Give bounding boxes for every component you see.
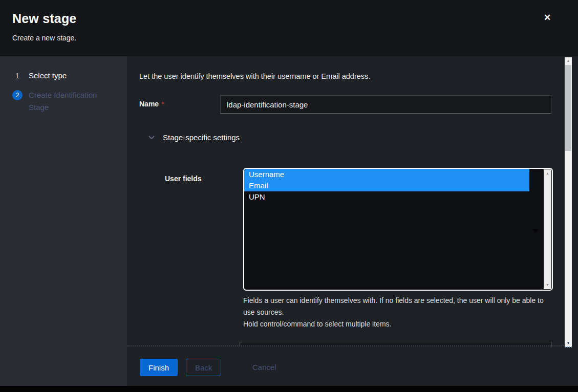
- wizard-step-select-type[interactable]: 1 Select type: [12, 71, 112, 82]
- back-button[interactable]: Back: [186, 359, 221, 376]
- close-icon[interactable]: ✕: [540, 11, 555, 25]
- step-number-badge: 2: [12, 90, 23, 100]
- section-title: Stage-specific settings: [163, 133, 240, 142]
- wizard-sidebar: 1 Select type 2 Create Identification St…: [0, 56, 127, 386]
- required-asterisk: *: [161, 100, 164, 108]
- modal-scrollbar[interactable]: ▲ ▼: [565, 57, 572, 347]
- footer-divider: [127, 345, 566, 346]
- scrollbar-bottom-dots: [565, 346, 572, 347]
- name-field-label: Name*: [139, 100, 164, 108]
- user-fields-label: User fields: [165, 175, 202, 183]
- listbox-option-email[interactable]: Email: [244, 180, 529, 191]
- listbox-option-username[interactable]: Username: [244, 169, 529, 180]
- scrollbar-thumb[interactable]: [565, 65, 571, 151]
- scroll-down-icon[interactable]: ▼: [544, 281, 551, 289]
- wizard-step-create-identification-stage[interactable]: 2 Create Identification Stage: [12, 90, 112, 114]
- listbox-scrollbar[interactable]: ▲ ▼: [544, 169, 551, 289]
- user-fields-help-text-2: Hold control/command to select multiple …: [243, 320, 556, 328]
- scrollbar-down-icon[interactable]: ▼: [565, 340, 572, 347]
- page-subtitle: Create a new stage.: [12, 34, 76, 42]
- select-caret-icon: [532, 229, 539, 233]
- page-title: New stage: [12, 11, 76, 26]
- cancel-button[interactable]: Cancel: [252, 359, 276, 376]
- form-content: Let the user identify themselves with th…: [127, 56, 578, 386]
- scrollbar-up-icon[interactable]: ▲: [565, 57, 572, 64]
- listbox-option-upn[interactable]: UPN: [244, 191, 529, 203]
- stage-specific-settings-toggle[interactable]: Stage-specific settings: [148, 133, 240, 142]
- name-input[interactable]: [220, 95, 551, 114]
- step-label: Create Identification Stage: [29, 89, 112, 114]
- modal-header: New stage Create a new stage. ✕: [0, 0, 578, 56]
- modal-bottom-edge: [0, 386, 578, 392]
- chevron-down-icon: [148, 134, 155, 141]
- finish-button[interactable]: Finish: [140, 359, 178, 376]
- scroll-up-icon[interactable]: ▲: [544, 170, 551, 177]
- new-stage-modal: New stage Create a new stage. ✕ 1 Select…: [0, 0, 578, 392]
- step-label: Select type: [29, 70, 112, 82]
- user-fields-listbox[interactable]: Username Email UPN ▲ ▼: [243, 168, 553, 291]
- step-number: 1: [12, 71, 23, 81]
- stage-description: Let the user identify themselves with th…: [139, 72, 370, 80]
- user-fields-help-text: Fields a user can identify themselves wi…: [243, 295, 556, 318]
